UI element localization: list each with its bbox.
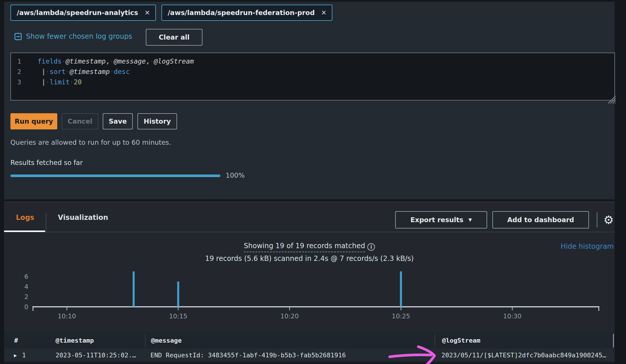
export-results-label: Export results: [410, 216, 463, 224]
log-group-chips: /aws/lambda/speedrun-analytics✕/aws/lamb…: [10, 5, 332, 21]
histogram-bar: [133, 272, 135, 307]
save-button[interactable]: Save: [103, 113, 133, 129]
panel-bottom-edge: [4, 362, 615, 364]
scrollbar-thumb[interactable]: [613, 334, 614, 348]
y-axis-label: 4: [24, 283, 28, 290]
query-panel: /aws/lambda/speedrun-analytics✕/aws/lamb…: [4, 2, 615, 199]
add-to-dashboard-label: Add to dashboard: [507, 216, 574, 224]
histogram-svg: 642010:1010:1510:2010:2510:30: [4, 267, 615, 322]
x-axis-label: 10:15: [169, 313, 187, 320]
column-header-message[interactable]: @message: [145, 334, 434, 347]
column-header-timestamp[interactable]: @timestamp: [56, 337, 145, 344]
results-panel: Logs Visualization Export results ▼ Add …: [4, 202, 615, 364]
hide-histogram-link[interactable]: Hide histogram: [561, 242, 614, 250]
tab-divider: [46, 213, 46, 232]
tab-logs[interactable]: Logs: [16, 213, 34, 222]
export-results-button[interactable]: Export results ▼: [395, 211, 487, 229]
code-text: |·sort·@timestamp·desc: [38, 68, 130, 75]
show-fewer-log-groups-link[interactable]: Show fewer chosen log groups: [14, 32, 132, 40]
active-tab-underline: [4, 231, 45, 232]
code-line: 2 |·sort·@timestamp·desc: [11, 66, 614, 77]
progress-percent: 100%: [226, 172, 245, 179]
x-axis-label: 10:10: [58, 313, 76, 320]
line-number: 3: [11, 79, 38, 86]
y-axis-label: 2: [24, 293, 28, 300]
history-button[interactable]: History: [137, 113, 177, 129]
code-line: 1fields·@timestamp,·@message,·@logStream: [11, 56, 614, 66]
row-index: 1: [22, 352, 26, 359]
add-to-dashboard-button[interactable]: Add to dashboard: [492, 211, 589, 229]
code-text: |·limit·20: [38, 78, 82, 86]
log-group-chip: /aws/lambda/speedrun-analytics✕: [10, 5, 156, 21]
column-header-logstream[interactable]: @logStream: [434, 334, 615, 347]
table-row[interactable]: ▶ 1 2023-05-11T10:25:02.… END RequestId:…: [4, 348, 615, 362]
query-editor-lines: 1fields·@timestamp,·@message,·@logStream…: [11, 56, 614, 87]
editor-resize-handle[interactable]: [607, 95, 616, 104]
scan-stats-text: 19 records (5.6 kB) scanned in 2.4s @ 7 …: [4, 255, 615, 263]
y-axis-label: 0: [24, 303, 28, 311]
settings-gear-icon[interactable]: ⚙: [602, 212, 616, 228]
histogram-bar: [177, 282, 179, 307]
log-group-chip: /aws/lambda/speedrun-federation-prod✕: [161, 5, 332, 21]
info-icon[interactable]: i: [367, 243, 375, 251]
row-timestamp: 2023-05-11T10:25:02.…: [56, 352, 145, 359]
log-group-label: /aws/lambda/speedrun-federation-prod: [168, 9, 315, 16]
tab-visualization[interactable]: Visualization: [58, 213, 108, 222]
query-duration-note: Queries are allowed to run for up to 60 …: [10, 139, 171, 146]
y-axis-label: 6: [24, 273, 28, 280]
run-query-button[interactable]: Run query: [10, 113, 57, 129]
remove-log-group-icon[interactable]: ✕: [144, 10, 150, 16]
row-logstream: 2023/05/11/[$LATEST]2dfc7b0aabc849a19002…: [434, 352, 615, 359]
line-number: 1: [11, 58, 38, 65]
results-table-header: # @timestamp @message @logStream: [4, 333, 615, 348]
records-matched-text: Showing 19 of 19 records matched: [244, 242, 365, 252]
x-axis-label: 10:25: [392, 313, 410, 320]
code-text: fields·@timestamp,·@message,·@logStream: [38, 57, 194, 65]
log-group-label: /aws/lambda/speedrun-analytics: [17, 9, 138, 16]
cancel-button[interactable]: Cancel: [62, 113, 98, 129]
show-fewer-label: Show fewer chosen log groups: [26, 32, 132, 40]
x-axis-label: 10:30: [503, 313, 521, 320]
row-message: END RequestId: 3483455f-1abf-419b-b5b3-f…: [145, 352, 434, 359]
query-editor[interactable]: 1fields·@timestamp,·@message,·@logStream…: [10, 53, 615, 101]
progress-label: Results fetched so far: [10, 159, 83, 166]
x-axis-label: 10:20: [280, 313, 299, 320]
column-header-index[interactable]: #: [4, 337, 56, 344]
chevron-down-icon: ▼: [469, 217, 472, 222]
tabbar-border: [4, 232, 615, 232]
line-number: 2: [11, 68, 38, 75]
progress-bar: [10, 174, 220, 177]
code-line: 3 |·limit·20: [11, 77, 614, 87]
actions-divider: [597, 212, 597, 227]
collapse-minus-icon: [14, 33, 22, 40]
remove-log-group-icon[interactable]: ✕: [321, 10, 327, 16]
logs-insights-screen: /aws/lambda/speedrun-analytics✕/aws/lamb…: [0, 0, 626, 364]
expand-row-icon[interactable]: ▶: [14, 352, 17, 358]
clear-all-button[interactable]: Clear all: [146, 29, 202, 46]
histogram-bar: [400, 272, 402, 307]
records-matched-line: Showing 19 of 19 records matchedi: [4, 242, 615, 251]
resize-grip-icon: [607, 95, 616, 104]
